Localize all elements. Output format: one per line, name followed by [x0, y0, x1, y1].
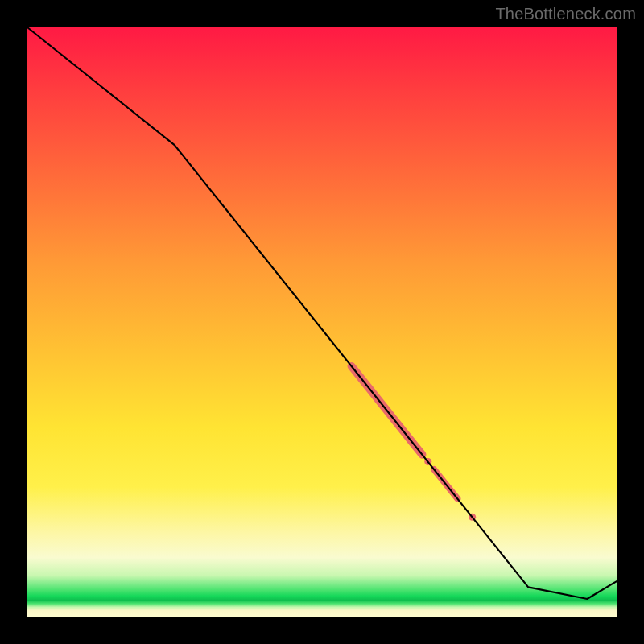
watermark-text: TheBottleneck.com: [495, 5, 636, 23]
chart-overlay: [27, 27, 617, 617]
chart-frame: TheBottleneck.com: [0, 0, 644, 644]
bottleneck-curve: [27, 27, 617, 599]
